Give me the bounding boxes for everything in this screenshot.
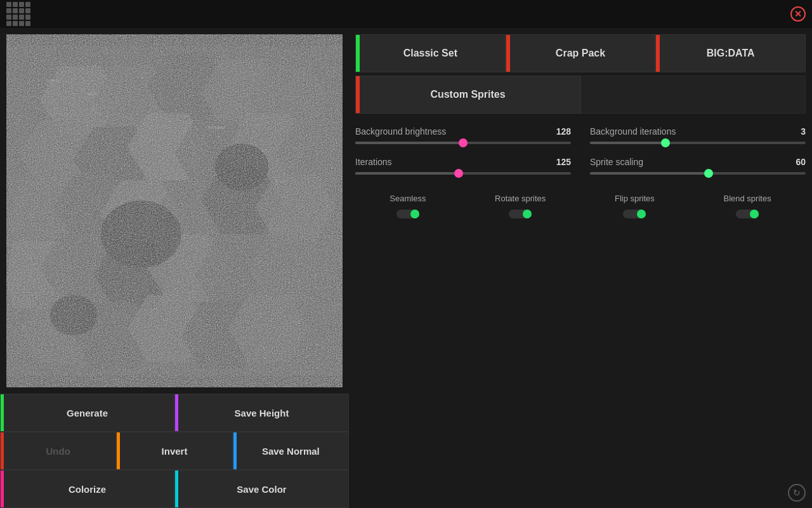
toggles-row: Seamless Rotate sprites Flip sprites Ble… (355, 194, 806, 218)
crap-pack-accent (506, 35, 510, 72)
save-normal-button[interactable]: Save Normal (233, 432, 349, 470)
buttons-area: Generate Save Height Undo Invert (0, 394, 349, 508)
save-normal-label: Save Normal (262, 446, 320, 457)
bg-iterations-fill (590, 142, 665, 144)
sprite-scaling-value: 60 (796, 157, 806, 167)
tab-custom-sprites[interactable]: Custom Sprites (355, 76, 580, 114)
tab-crap-pack[interactable]: Crap Pack (506, 34, 656, 72)
iterations-label: Iterations (355, 157, 392, 167)
iterations-value: 125 (556, 157, 571, 167)
right-panel: Classic Set Crap Pack BIG:DATA Custom Sp… (349, 28, 812, 508)
iterations-thumb[interactable] (454, 169, 463, 178)
canvas-area (6, 34, 343, 387)
toggle-rotate-sprites: Rotate sprites (495, 194, 546, 218)
refresh-button[interactable]: ↻ (788, 484, 806, 502)
bg-iterations-label: Background iterations (590, 126, 676, 137)
custom-sprites-label: Custom Sprites (430, 89, 505, 100)
seamless-dot (410, 210, 419, 218)
button-row-1: Generate Save Height (0, 394, 349, 432)
custom-sprites-accent (356, 76, 360, 113)
blend-sprites-label: Blend sprites (723, 194, 771, 203)
invert-label: Invert (162, 446, 188, 457)
colorize-button[interactable]: Colorize (0, 470, 174, 508)
slider-group-iterations: Iterations 125 (355, 157, 571, 175)
iterations-fill (355, 172, 459, 175)
brightness-thumb[interactable] (459, 138, 468, 147)
sprite-tab-row2: Custom Sprites (355, 76, 806, 114)
bg-iterations-slider[interactable] (590, 142, 806, 144)
left-panel: Generate Save Height Undo Invert (0, 28, 349, 508)
top-bar: ✕ (0, 0, 812, 28)
brightness-label: Background brightness (355, 126, 446, 137)
flip-sprites-dot (637, 210, 646, 218)
undo-button[interactable]: Undo (0, 432, 116, 470)
button-row-2: Undo Invert Save Normal (0, 432, 349, 470)
classic-set-label: Classic Set (403, 48, 457, 59)
classic-set-accent (356, 35, 360, 72)
generate-label: Generate (67, 408, 108, 418)
generate-button[interactable]: Generate (0, 394, 174, 432)
tab-big-data[interactable]: BIG:DATA (655, 34, 806, 72)
slider-brightness-header: Background brightness 128 (355, 126, 571, 137)
terrain-canvas (6, 34, 343, 387)
seamless-label: Seamless (390, 194, 426, 203)
toggle-seamless: Seamless (390, 194, 426, 218)
brightness-fill (355, 142, 463, 144)
invert-accent (117, 432, 120, 469)
toggle-blend-sprites: Blend sprites (723, 194, 771, 218)
sprite-scaling-label: Sprite scaling (590, 157, 643, 167)
slider-sprite-scaling-header: Sprite scaling 60 (590, 157, 806, 167)
save-height-button[interactable]: Save Height (174, 394, 349, 432)
flip-sprites-switch[interactable] (623, 210, 646, 218)
slider-iterations-header: Iterations 125 (355, 157, 571, 167)
sprite-scaling-thumb[interactable] (704, 169, 713, 178)
sprite-tab-row1: Classic Set Crap Pack BIG:DATA (355, 34, 806, 72)
undo-label: Undo (46, 446, 70, 457)
brightness-value: 128 (556, 126, 571, 137)
tab-classic-set[interactable]: Classic Set (355, 34, 506, 72)
slider-group-sprite-scaling: Sprite scaling 60 (590, 157, 806, 175)
slider-group-bg-iterations: Background iterations 3 (590, 126, 806, 144)
main-area: Generate Save Height Undo Invert (0, 28, 812, 508)
save-height-accent (175, 394, 178, 431)
colorize-accent (1, 471, 4, 507)
bg-iterations-value: 3 (801, 126, 806, 137)
undo-accent (1, 432, 4, 469)
svg-rect-36 (6, 46, 343, 375)
save-height-label: Save Height (235, 408, 289, 418)
grid-icon[interactable] (6, 2, 30, 26)
big-data-label: BIG:DATA (707, 48, 755, 59)
brightness-slider[interactable] (355, 142, 571, 144)
crap-pack-label: Crap Pack (556, 48, 605, 59)
invert-button[interactable]: Invert (116, 432, 232, 470)
flip-sprites-label: Flip sprites (615, 194, 655, 203)
bg-iterations-thumb[interactable] (661, 138, 670, 147)
blend-sprites-dot (750, 210, 759, 218)
seamless-switch[interactable] (396, 210, 419, 218)
sliders-grid: Background brightness 128 Background ite… (355, 126, 806, 175)
slider-bg-iterations-header: Background iterations 3 (590, 126, 806, 137)
iterations-slider[interactable] (355, 172, 571, 175)
rotate-sprites-switch[interactable] (509, 210, 532, 218)
generate-accent (1, 394, 4, 431)
blend-sprites-switch[interactable] (736, 210, 759, 218)
save-color-label: Save Color (237, 484, 286, 495)
bottom-right-area: ↻ (788, 484, 806, 502)
sprite-scaling-fill (590, 172, 709, 175)
save-color-button[interactable]: Save Color (174, 470, 349, 508)
rotate-sprites-label: Rotate sprites (495, 194, 546, 203)
big-data-accent (656, 35, 660, 72)
button-row-3: Colorize Save Color (0, 470, 349, 508)
slider-group-brightness: Background brightness 128 (355, 126, 571, 144)
save-color-accent (175, 471, 178, 507)
rotate-sprites-dot (523, 210, 532, 218)
sprite-scaling-slider[interactable] (590, 172, 806, 175)
toggle-flip-sprites: Flip sprites (615, 194, 655, 218)
save-normal-accent (233, 432, 237, 469)
tab-empty (580, 76, 806, 114)
close-button[interactable]: ✕ (790, 6, 806, 22)
colorize-label: Colorize (69, 484, 106, 495)
